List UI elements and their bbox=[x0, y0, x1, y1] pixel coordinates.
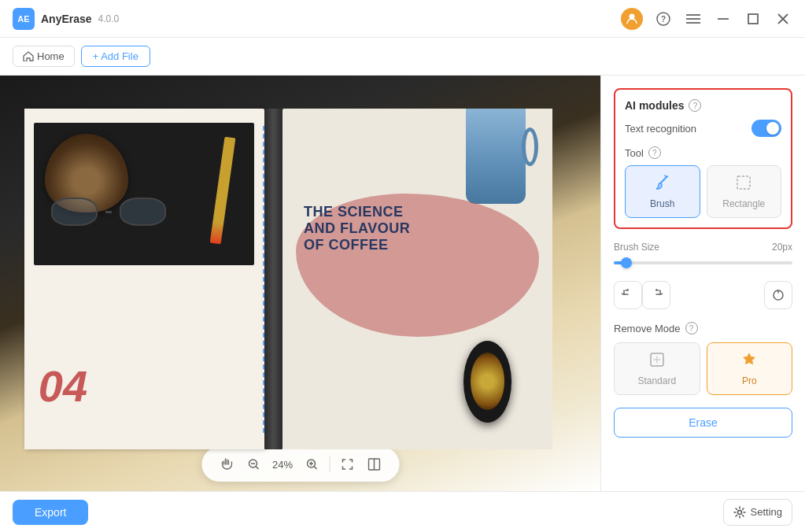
tool-section-title: Tool bbox=[625, 147, 644, 159]
tool-section-header: Tool ? bbox=[625, 146, 781, 159]
app-version: 4.0.0 bbox=[98, 13, 120, 24]
remove-mode-header: Remove Mode ? bbox=[614, 322, 792, 334]
action-row bbox=[614, 281, 792, 309]
reset-button[interactable] bbox=[764, 281, 792, 309]
pro-icon bbox=[740, 351, 758, 372]
book-spine bbox=[264, 109, 282, 449]
book-image: 04 THE SCIENCE AND FLAVOUR OF COFFEE bbox=[0, 76, 600, 491]
text-recognition-toggle[interactable] bbox=[751, 120, 781, 137]
svg-text:?: ? bbox=[661, 15, 666, 24]
setting-button[interactable]: Setting bbox=[723, 499, 792, 526]
titlebar-left: AE AnyErase 4.0.0 bbox=[13, 8, 119, 30]
bottom-toolbar: 24% bbox=[201, 447, 399, 482]
app-name: AnyErase bbox=[41, 13, 92, 25]
rectangle-label: Rectangle bbox=[722, 198, 765, 209]
app-logo: AE bbox=[13, 8, 35, 30]
undo-button[interactable] bbox=[614, 281, 642, 309]
remove-mode-section: Remove Mode ? Standard bbox=[614, 322, 792, 395]
tool-buttons: Brush Rectangle bbox=[625, 165, 781, 218]
avatar-icon[interactable] bbox=[621, 8, 643, 30]
brush-size-header: Brush Size 20px bbox=[614, 242, 792, 253]
brush-label: Brush bbox=[650, 198, 674, 209]
toolbar-divider bbox=[329, 456, 330, 472]
brush-size-label: Brush Size bbox=[614, 242, 659, 253]
add-file-button[interactable]: + Add File bbox=[81, 46, 150, 67]
right-panel: AI modules ? Text recognition Tool ? bbox=[600, 76, 805, 491]
setting-label: Setting bbox=[751, 506, 782, 518]
zoom-in-button[interactable] bbox=[301, 453, 323, 475]
bottom-panel: Export Setting bbox=[0, 491, 805, 532]
brush-size-section: Brush Size 20px bbox=[614, 242, 792, 268]
pro-label: Pro bbox=[742, 375, 757, 386]
rectangle-icon bbox=[735, 174, 752, 195]
titlebar: AE AnyErase 4.0.0 ? bbox=[0, 0, 805, 38]
left-page: 04 bbox=[24, 109, 264, 449]
zoom-level: 24% bbox=[269, 459, 296, 471]
ai-modules-title: AI modules bbox=[625, 99, 684, 112]
zoom-out-button[interactable] bbox=[242, 453, 264, 475]
brush-icon bbox=[654, 174, 671, 195]
svg-point-21 bbox=[737, 510, 741, 514]
close-icon[interactable] bbox=[774, 9, 792, 28]
remove-mode-title: Remove Mode bbox=[614, 323, 681, 334]
brush-size-slider-container[interactable] bbox=[614, 257, 792, 268]
home-button[interactable]: Home bbox=[13, 46, 75, 67]
hand-tool-button[interactable] bbox=[216, 453, 238, 475]
ai-modules-help-icon[interactable]: ? bbox=[689, 99, 701, 112]
rectangle-tool-card[interactable]: Rectangle bbox=[707, 165, 782, 218]
svg-rect-19 bbox=[737, 176, 750, 189]
pro-mode-card[interactable]: Pro bbox=[707, 342, 793, 395]
help-icon[interactable]: ? bbox=[654, 9, 673, 28]
main-layout: 04 THE SCIENCE AND FLAVOUR OF COFFEE bbox=[0, 76, 805, 491]
ai-modules-header: AI modules ? bbox=[625, 99, 781, 112]
redo-button[interactable] bbox=[642, 281, 670, 309]
erase-button[interactable]: Erase bbox=[614, 408, 792, 438]
export-button[interactable]: Export bbox=[13, 500, 88, 525]
canvas-area[interactable]: 04 THE SCIENCE AND FLAVOUR OF COFFEE bbox=[0, 76, 600, 491]
standard-label: Standard bbox=[637, 375, 676, 386]
minimize-icon[interactable] bbox=[714, 9, 733, 28]
text-recognition-label: Text recognition bbox=[625, 123, 696, 135]
brush-tool-card[interactable]: Brush bbox=[625, 165, 700, 218]
remove-mode-help-icon[interactable]: ? bbox=[685, 322, 698, 334]
titlebar-right: ? bbox=[621, 8, 792, 30]
svg-line-11 bbox=[255, 467, 258, 470]
ai-modules-section: AI modules ? Text recognition Tool ? bbox=[614, 88, 792, 229]
standard-mode-card[interactable]: Standard bbox=[614, 342, 700, 395]
svg-line-14 bbox=[314, 467, 317, 470]
standard-icon bbox=[648, 351, 666, 372]
right-page: THE SCIENCE AND FLAVOUR OF COFFEE bbox=[282, 109, 552, 449]
text-recognition-row: Text recognition bbox=[625, 120, 781, 137]
tool-help-icon[interactable]: ? bbox=[648, 146, 661, 159]
menu-icon[interactable] bbox=[684, 9, 703, 28]
fit-view-button[interactable] bbox=[336, 453, 358, 475]
brush-size-value: 20px bbox=[772, 242, 792, 253]
split-view-button[interactable] bbox=[363, 453, 385, 475]
toolbar: Home + Add File bbox=[0, 38, 805, 76]
mode-buttons: Standard Pro bbox=[614, 342, 792, 395]
maximize-icon[interactable] bbox=[744, 9, 763, 28]
svg-rect-7 bbox=[748, 14, 758, 24]
